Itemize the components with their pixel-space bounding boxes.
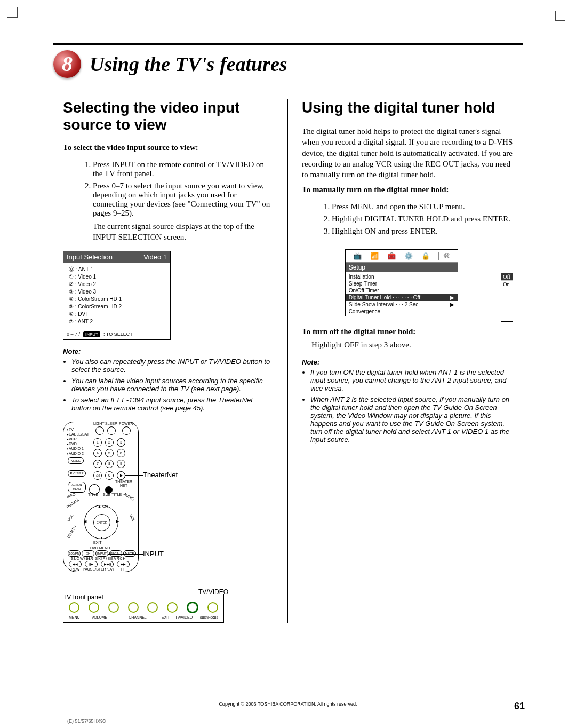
sleep-button[interactable] [107,426,116,435]
digit-6[interactable]: 6 [117,449,125,457]
remote-label: CH RTN [67,525,77,539]
plus10-button[interactable]: +10 [93,471,102,480]
manual-page: 8 Using the TV's features Selecting the … [16,0,560,728]
panel-menu-button[interactable] [69,602,79,613]
step-off: Highlight OFF in step 3 above. [311,339,513,350]
osd-item: ③ : Video 3 [69,288,165,296]
panel-voldown-button[interactable] [89,602,99,613]
step: Press 0–7 to select the input source you… [93,181,274,243]
remote-label: RECALL [66,497,79,508]
panel-chup-button[interactable] [147,602,158,613]
remote-label: THEATER NET [115,480,133,487]
note-item: If you turn ON the digital tuner hold wh… [310,368,513,392]
step: Highlight ON and press ENTER. [332,227,513,236]
remote-label: PAUSE/STEP [83,567,106,571]
panel-touchfocus-button[interactable] [207,602,218,613]
note-item: When ANT 2 is the selected input source,… [310,395,513,444]
remote-label: POWER [119,422,133,425]
osd-row: On/Off Timer [346,287,458,294]
theaternet-button[interactable]: ▶ [117,471,125,480]
remote-label: SUB TITLE [103,493,122,496]
osd-current: Video 1 [143,253,167,261]
digit-7[interactable]: 7 [93,460,102,468]
pointer-line [196,596,196,620]
osd-row: Sleep Timer [346,280,458,287]
osd-tab-icon: 🔒 [421,252,430,260]
mode-button[interactable]: MODE [68,457,84,464]
section-heading: Using the digital tuner hold [302,99,513,116]
osd-item: ④ : ColorStream HD 1 [69,296,165,303]
remote-label: PLAY [105,567,114,571]
power-button[interactable] [122,426,131,435]
digit-3[interactable]: 3 [117,438,125,447]
panel-tvvideo-button[interactable] [187,602,198,613]
remote-label: SLEEP [105,422,117,425]
doc-slug: (E) 51/57/65HX93 [67,718,106,724]
step-list: Press MENU and open the SETUP menu. High… [310,202,513,236]
left-column: Selecting the video input source to view… [53,99,288,623]
panel-volup-button[interactable] [108,602,119,613]
light-button[interactable] [95,426,104,435]
remote-label: TITLE [88,493,98,496]
osd-tab-icon: 📶 [370,252,379,260]
chrtn-button[interactable]: CH RTN [82,550,94,557]
osd-setup-figure: 📺 📶 🧰 ⚙️ 🔒 🛠 Setup Installation Sleep Ti… [302,244,513,322]
rew-button[interactable]: ◀◀ [69,561,82,567]
remote-label: VOL [129,513,135,522]
callout-theaternet: TheaterNet [143,471,178,479]
osd-row: Installation [346,273,458,280]
panel-label: TV/VIDEO [175,615,193,619]
osd-row: Slide Show Interval · · · 2 Sec▶ [346,301,458,308]
osd-list: Installation Sleep Timer On/Off Timer Di… [346,272,458,316]
step: Highlight DIGITAL TUNER HOLD and press E… [332,215,513,224]
digit-1[interactable]: 1 [93,438,102,447]
digit-4[interactable]: 4 [93,449,102,457]
panel-label: VOLUME [92,615,108,619]
remote-figure: ▸TV ▸CABLE/SAT ▸VCR ▸DVD ▸AUDIO 1 ▸AUDIO… [63,422,202,572]
remote-label: LIGHT [93,422,105,425]
note-list: If you turn ON the digital tuner hold wh… [310,368,513,444]
mute-button[interactable]: MUTE [123,550,136,557]
crop-mark [4,335,14,345]
digit-8[interactable]: 8 [105,460,114,468]
digit-0[interactable]: 0 [105,471,114,480]
chapter-header: 8 Using the TV's features [53,50,523,78]
osd-value-on: On [501,280,513,288]
menu-button[interactable]: ACTIONMENU [68,482,86,493]
remote-label: CH [102,504,108,508]
digit-2[interactable]: 2 [105,438,114,447]
page-number: 61 [514,701,525,712]
digit-9[interactable]: 9 [117,460,125,468]
recall-button[interactable]: RECALL [109,550,122,557]
remote-label: AUDIO 2 [69,452,84,455]
play-button[interactable]: ▶▶▮ [101,561,114,567]
osd-footer: 0 – 7 / INPUT : TO SELECT [63,329,170,339]
picsize-button[interactable]: PIC SIZE [68,470,86,477]
osd-setup: 📺 📶 🧰 ⚙️ 🔒 🛠 Setup Installation Sleep Ti… [345,249,458,316]
panel-exit-button[interactable] [167,602,178,613]
panel-label: MENU [69,615,80,619]
pointer-line [95,598,180,598]
enter-button[interactable]: ENTER [93,514,110,531]
nav-ring[interactable]: ▲ CH ▼ ◀ ▶ ENTER [84,505,118,539]
right-column: Using the digital tuner hold The digital… [288,99,523,623]
remote-outline: ▸TV ▸CABLE/SAT ▸VCR ▸DVD ▸AUDIO 1 ▸AUDIO… [63,422,139,572]
osd-row: Convergence [346,308,458,315]
remote-label: DVD MENU [90,546,110,550]
osd-item: ⑦ : ANT 2 [69,318,165,326]
subheading: To turn off the digital tuner hold: [302,327,513,336]
osd-tab-icon: 📺 [353,252,362,260]
osd-footer-rest: : TO SELECT [103,331,133,337]
callout-input: INPUT [143,550,164,558]
pause-button[interactable]: ▮▶ [85,561,98,567]
osd-item: ② : Video 2 [69,281,165,288]
digit-5[interactable]: 5 [105,449,114,457]
panel-label-right: TV/VIDEO [198,588,228,596]
ff-button[interactable]: ▶▶ [117,561,130,567]
input-button[interactable]: INPUT [95,550,108,557]
osd-item: ⑥ : DVI [69,311,165,318]
panel-chdown-button[interactable] [128,602,139,613]
subheading: To select the video input source to view… [63,143,274,152]
fn-button[interactable]: 100/FN [68,550,81,557]
panel-label-left: TV front panel [63,594,103,601]
